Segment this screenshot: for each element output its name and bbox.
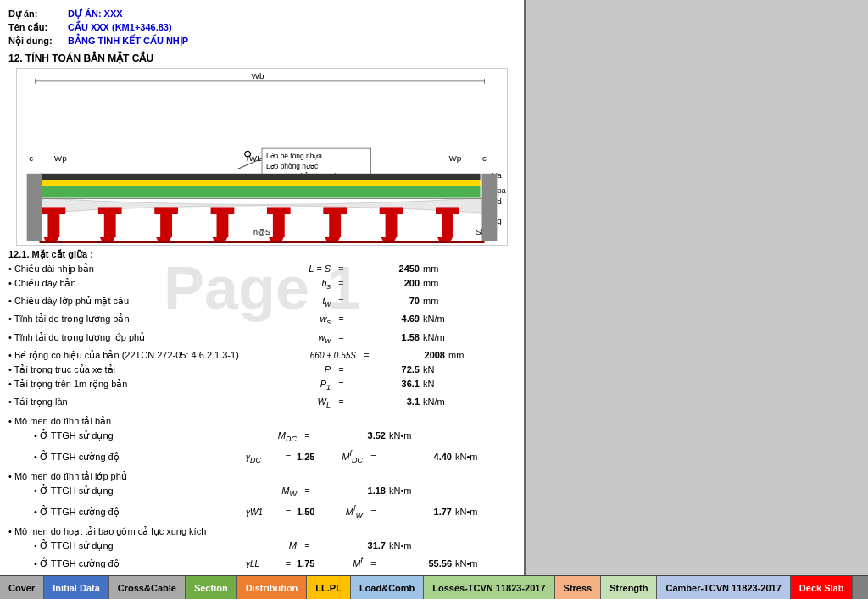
moment-section-ll: • Mô men do hoạt tải bao gồm cả lực xung… <box>8 524 515 571</box>
svg-rect-40 <box>273 214 285 237</box>
calc-row-4: • Tĩnh tải do trọng lượng lớp phủ ww = 1… <box>8 330 515 348</box>
moment-dc-label: • Mô men do tĩnh tải bản <box>8 414 111 429</box>
unit-5: mm <box>448 348 491 363</box>
unit-4: kN/m <box>423 330 465 345</box>
svg-rect-36 <box>211 207 235 214</box>
tab-llpl[interactable]: LL.PL <box>307 576 351 599</box>
label-6: • Tải trọng trục của xe tải <box>8 363 280 377</box>
eq-6: = <box>331 363 352 377</box>
svg-rect-30 <box>98 207 122 214</box>
calc-row-6: • Tải trọng trục của xe tải P = 72.5 kN <box>8 363 515 377</box>
sym-1: hs <box>280 276 331 294</box>
gamma-dc: γDC <box>246 450 280 468</box>
sym-dc-cd: MfDC <box>320 446 363 468</box>
eq-ll-cd: = <box>363 557 384 571</box>
noi-dung-value: BẢNG TÍNH KẾT CẤU NHỊP <box>68 34 188 47</box>
val-4: 1.58 <box>352 330 420 345</box>
svg-rect-49 <box>442 214 453 237</box>
tab-distribution[interactable]: Distribution <box>237 576 308 599</box>
eq-7: = <box>331 377 352 391</box>
moment-w-cd: • Ở TTGH cường độ γW1 = 1.50 MfW = 1.77 … <box>8 502 515 523</box>
page-content: Dự án: DỰ ÁN: XXX Tên cầu: CẦU XXX (KM1+… <box>0 0 526 575</box>
ten-cau-label: Tên cầu: <box>8 20 68 34</box>
main-container: Dự án: DỰ ÁN: XXX Tên cầu: CẦU XXX (KM1+… <box>0 0 868 599</box>
label-4: • Tĩnh tải do trọng lượng lớp phủ <box>8 330 280 345</box>
unit-7: kN <box>423 377 465 391</box>
eq-w-sdu: = <box>297 484 318 498</box>
gamma-eq-dc: = <box>280 450 297 464</box>
unit-dc-cd: kN•m <box>455 450 498 464</box>
label-ll-cd: • Ở TTGH cường độ <box>34 557 246 571</box>
unit-2: mm <box>423 294 465 308</box>
label-w-cd: • Ở TTGH cường độ <box>34 505 246 519</box>
unit-dc-sdu: kN•m <box>389 429 431 443</box>
tab-stress[interactable]: Stress <box>555 576 602 599</box>
svg-text:Wp: Wp <box>448 153 461 163</box>
val-5: 2008 <box>377 348 445 363</box>
tab-camber[interactable]: Camber-TCVN 11823-2017 <box>657 576 790 599</box>
moment-dc-sdu: • Ở TTGH sử dụng MDC = 3.52 kN•m <box>8 429 515 446</box>
moment-ll-cd: • Ở TTGH cường độ γLL = 1.75 Mf = 55.56 … <box>8 553 515 571</box>
svg-text:c: c <box>29 153 33 163</box>
svg-rect-43 <box>329 214 341 237</box>
val-8: 3.1 <box>352 395 420 409</box>
svg-rect-33 <box>154 207 178 214</box>
tab-load-comb[interactable]: Load&Comb <box>351 576 424 599</box>
tab-strength[interactable]: Strength <box>601 576 657 599</box>
eq-w-cd: = <box>363 505 384 519</box>
sym-4: ww <box>280 330 331 348</box>
sym-6: P <box>280 363 331 377</box>
val-dc-sdu: 3.52 <box>318 429 386 443</box>
unit-ll-cd: kN•m <box>455 557 498 571</box>
header-ten-cau: Tên cầu: CẦU XXX (KM1+346.83) <box>8 20 515 34</box>
svg-rect-45 <box>380 207 403 214</box>
val-1: 200 <box>352 276 420 291</box>
svg-rect-37 <box>217 214 229 237</box>
tab-deck-slab[interactable]: Deck Slab <box>791 576 854 599</box>
gamma-eq-w: = <box>280 505 297 519</box>
eq-dc-sdu: = <box>297 429 318 443</box>
right-panel <box>526 0 868 575</box>
subsection-title: 12.1. Mặt cắt giữa : <box>8 249 515 260</box>
svg-text:c: c <box>482 153 487 163</box>
calc-row-1: • Chiều dày bản hs = 200 mm <box>8 276 515 294</box>
gamma-val-ll: 1.75 <box>297 557 320 571</box>
tab-cross-cable[interactable]: Cross&Cable <box>109 576 186 599</box>
label-2: • Chiều dày lớp phủ mặt cầu <box>8 294 280 308</box>
tab-losses[interactable]: Losses-TCVN 11823-2017 <box>424 576 554 599</box>
sym-0: L = S <box>280 262 331 276</box>
val-w-sdu: 1.18 <box>318 484 386 498</box>
ten-cau-value: CẦU XXX (KM1+346.83) <box>68 20 172 34</box>
val-6: 72.5 <box>352 363 420 377</box>
val-7: 36.1 <box>352 377 420 391</box>
section-title: 12. TÍNH TOÁN BẢN MẶT CẦU <box>8 53 515 64</box>
calc-row-2: • Chiều dày lớp phủ mặt cầu tw = 70 mm <box>8 294 515 312</box>
moment-section-w: • Mô men do tĩnh tải lớp phủ • Ở TTGH sử… <box>8 469 515 523</box>
val-3: 4.69 <box>352 312 420 326</box>
bridge-svg: Wb c c Wp Wp WLL Lớp bê tông nhựa Lớp ph… <box>17 69 507 245</box>
gamma-val-w: 1.50 <box>297 505 320 519</box>
eq-3: = <box>331 312 352 326</box>
svg-text:⚲: ⚲ <box>243 148 252 162</box>
tab-initial-data[interactable]: Initial Data <box>44 576 109 599</box>
du-an-value: DỰ ÁN: XXX <box>68 7 123 20</box>
moment-w-sdu: • Ở TTGH sử dụng MW = 1.18 kN•m <box>8 484 515 502</box>
label-ll-sdu: • Ở TTGH sử dụng <box>34 539 246 553</box>
unit-8: kN/m <box>423 395 465 409</box>
tab-section[interactable]: Section <box>186 576 237 599</box>
svg-rect-31 <box>104 214 116 237</box>
tab-cover[interactable]: Cover <box>0 576 44 599</box>
svg-rect-52 <box>27 174 42 241</box>
unit-w-cd: kN•m <box>455 505 498 519</box>
label-3: • Tĩnh tải do trọng lượng bản <box>8 312 280 326</box>
header-section: Dự án: DỰ ÁN: XXX Tên cầu: CẦU XXX (KM1+… <box>8 7 515 47</box>
svg-text:Lớp phòng nước: Lớp phòng nước <box>266 162 318 170</box>
sym-8: WL <box>280 395 331 413</box>
sym-w-cd: MfW <box>320 502 363 523</box>
calc-row-5: • Bề rộng có hiệu của bản (22TCN 272-05:… <box>8 348 515 363</box>
moment-dc-cd: • Ở TTGH cường độ γDC = 1.25 MfDC = 4.40… <box>8 446 515 468</box>
moment-section-dc: • Mô men do tĩnh tải bản • Ở TTGH sử dụn… <box>8 414 515 468</box>
bridge-diagram: Wb c c Wp Wp WLL Lớp bê tông nhựa Lớp ph… <box>16 68 508 246</box>
svg-rect-42 <box>323 207 347 214</box>
svg-rect-46 <box>386 214 398 237</box>
